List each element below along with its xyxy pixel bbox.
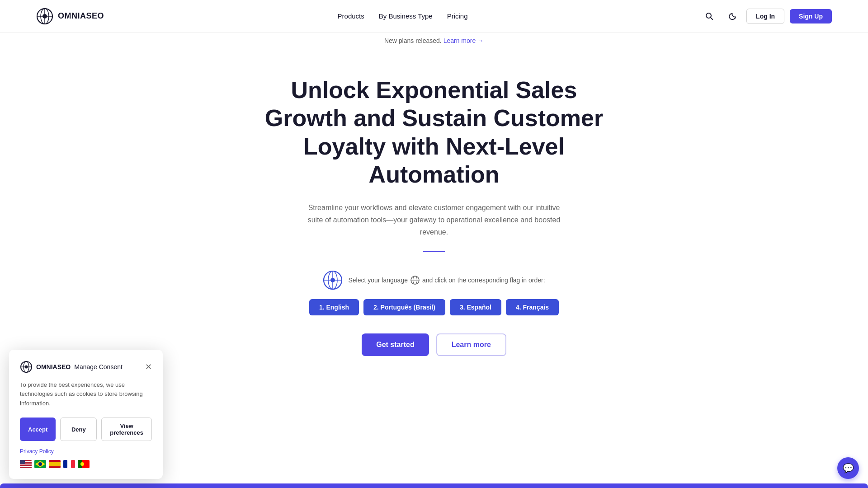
svg-point-37 (80, 462, 84, 466)
cookie-view-preferences-button[interactable]: View preferences (101, 418, 152, 441)
lang-french-button[interactable]: 4. Français (506, 299, 559, 315)
svg-rect-24 (20, 466, 32, 467)
lang-portuguese-button[interactable]: 2. Português (Brasil) (363, 299, 445, 315)
hero-logo-globe (323, 270, 343, 290)
get-started-button[interactable]: Get started (362, 333, 429, 356)
cookie-deny-button[interactable]: Deny (60, 418, 97, 441)
search-icon (705, 12, 713, 20)
nav-link-business-type[interactable]: By Business Type (379, 12, 433, 20)
nav-logo[interactable]: OMNIASEO (36, 8, 104, 25)
cookie-brand: OMNIASEO Manage Consent (20, 361, 123, 373)
svg-rect-33 (63, 460, 67, 468)
svg-rect-25 (20, 467, 32, 469)
navbar: OMNIASEO Products By Business Type Prici… (0, 0, 868, 33)
nav-link-pricing[interactable]: Pricing (447, 12, 468, 20)
nav-logo-text: OMNIASEO (58, 11, 104, 21)
lang-instruction-suffix: and click on the corresponding flag in o… (422, 277, 545, 284)
cookie-accept-button[interactable]: Accept (20, 418, 56, 441)
svg-rect-31 (49, 462, 61, 466)
banner-text: New plans released. (384, 37, 442, 44)
nav-auth: Log In Sign Up (746, 9, 832, 24)
language-selector-row: Select your language and click on the co… (258, 270, 610, 290)
moon-icon (729, 12, 737, 20)
nav-icon-group (701, 8, 741, 24)
privacy-policy-link[interactable]: Privacy Policy (20, 448, 54, 455)
logo-icon (36, 8, 53, 25)
flag-es (49, 460, 61, 468)
signup-button[interactable]: Sign Up (790, 9, 832, 23)
flag-pt (78, 460, 90, 468)
nav-links: Products By Business Type Pricing (338, 12, 468, 20)
flag-fr (63, 460, 75, 468)
cookie-body-text: To provide the best experiences, we use … (20, 380, 152, 408)
lang-spanish-button[interactable]: 3. Español (450, 299, 501, 315)
hero-subtitle: Streamline your workflows and elevate cu… (307, 202, 561, 239)
hero-divider (423, 251, 445, 252)
cookie-actions: Accept Deny View preferences (20, 418, 152, 441)
learn-more-button[interactable]: Learn more (436, 333, 506, 356)
support-chat-button[interactable]: 💬 (837, 457, 859, 479)
svg-line-6 (711, 17, 713, 19)
svg-point-4 (42, 14, 47, 19)
nav-link-products[interactable]: Products (338, 12, 364, 20)
cookie-privacy: Privacy Policy (20, 448, 152, 455)
svg-point-11 (330, 278, 335, 282)
svg-rect-23 (20, 465, 32, 466)
support-icon: 💬 (843, 463, 854, 474)
svg-point-18 (25, 365, 28, 368)
language-buttons: 1. English 2. Português (Brasil) 3. Espa… (258, 299, 610, 315)
announcement-banner: New plans released. Learn more → (0, 33, 868, 49)
bottom-blue-bar (0, 483, 868, 488)
svg-rect-26 (20, 460, 25, 464)
cta-buttons: Get started Learn more (258, 333, 610, 356)
hero-section: Unlock Exponential Sales Growth and Sust… (240, 49, 628, 374)
flag-br (34, 460, 46, 468)
dark-mode-button[interactable] (725, 8, 741, 24)
globe-small-icon (410, 276, 420, 285)
lang-english-button[interactable]: 1. English (309, 299, 359, 315)
cookie-logo-icon (20, 361, 33, 373)
lang-instruction-main: Select your language (348, 277, 408, 284)
cookie-flags (20, 460, 152, 468)
cookie-manage-text: Manage Consent (74, 363, 123, 371)
hero-title: Unlock Exponential Sales Growth and Sust… (258, 76, 610, 189)
cookie-close-button[interactable]: ✕ (145, 362, 152, 372)
svg-point-29 (38, 462, 42, 466)
cookie-brand-text: OMNIASEO (36, 363, 71, 371)
lang-instruction-text: Select your language and click on the co… (348, 276, 545, 285)
search-button[interactable] (701, 8, 717, 24)
nav-right: Log In Sign Up (701, 8, 832, 24)
cookie-header: OMNIASEO Manage Consent ✕ (20, 361, 152, 373)
banner-link[interactable]: Learn more → (443, 37, 484, 44)
cookie-consent-popup: OMNIASEO Manage Consent ✕ To provide the… (9, 350, 163, 479)
svg-rect-34 (71, 460, 75, 468)
login-button[interactable]: Log In (746, 9, 784, 24)
flag-us (20, 460, 32, 468)
